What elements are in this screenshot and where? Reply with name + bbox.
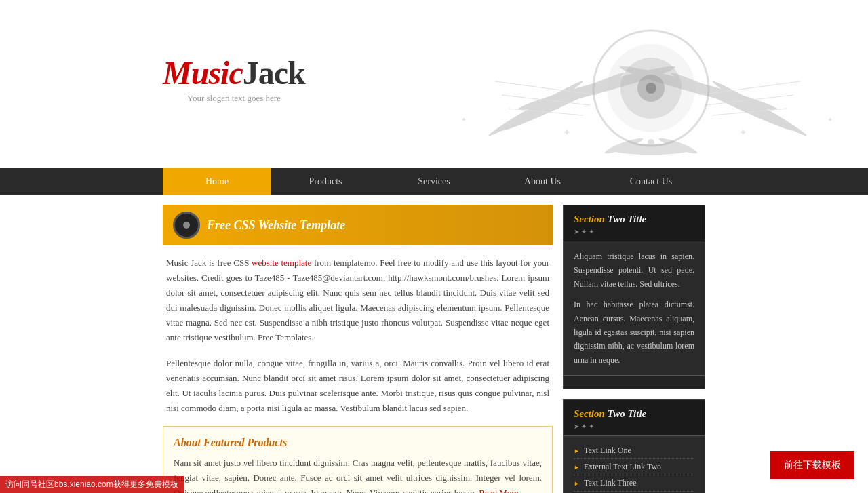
nav-services[interactable]: Services (380, 168, 488, 195)
svg-text:✦: ✦ (827, 116, 833, 123)
logo-slogan: Your slogan text goes here (163, 93, 305, 104)
svg-line-11 (712, 109, 787, 115)
svg-line-9 (698, 81, 800, 95)
sidebar-link-2[interactable]: External Text Link Two (584, 462, 661, 472)
featured-title: About Featured Products (174, 437, 542, 449)
download-button[interactable]: 前往下载模板 (770, 451, 854, 479)
nav-contact[interactable]: Contact Us (597, 168, 705, 195)
sidebar: Section Two Title ➤ ✦ ✦ Aliquam tristiqu… (563, 205, 705, 493)
section-title-bar: Free CSS Website Template (163, 205, 553, 245)
featured-box: About Featured Products Nam sit amet jus… (163, 426, 553, 493)
nav: Home Products Services About Us Contact … (0, 168, 868, 195)
sidebar-link-3[interactable]: Text Link Three (584, 478, 637, 488)
wrapper: Free CSS Website Template Music Jack is … (163, 195, 705, 493)
logo-jack: Jack (243, 55, 305, 91)
logo-music: Music (163, 55, 243, 91)
list-item: Text Link One (574, 443, 694, 459)
sidebar-box-1-content: Aliquam tristique lacus in sapien. Suspe… (564, 241, 705, 375)
sidebar-box-1-title: Section Two Title (574, 214, 694, 225)
svg-point-5 (711, 79, 808, 139)
svg-line-10 (705, 95, 793, 105)
sidebar-box-1: Section Two Title ➤ ✦ ✦ Aliquam tristiqu… (563, 205, 705, 389)
nav-inner: Home Products Services About Us Contact … (163, 168, 705, 195)
logo: MusicJack Your slogan text goes here (163, 54, 305, 104)
watermark: 访问同号社区bbs.xieniao.com获得更多免费模板 (0, 476, 184, 493)
sidebar-links: Text Link One External Text Link Two Tex… (564, 436, 705, 493)
disc-icon (173, 212, 200, 239)
sidebar-box-2: Section Two Title ➤ ✦ ✦ Text Link One Ex… (563, 399, 705, 493)
sidebar-box-1-header: Section Two Title ➤ ✦ ✦ (564, 205, 705, 241)
sidebar-deco-2: ➤ ✦ ✦ (574, 422, 694, 430)
nav-products[interactable]: Products (271, 168, 380, 195)
sidebar-p2: In hac habitasse platea dictumst. Aenean… (574, 298, 694, 367)
header: ✦ ✦ ✦ ✦ MusicJack Your slogan text goes … (0, 0, 868, 168)
main-paragraph-1: Music Jack is free CSS website template … (163, 256, 553, 346)
sidebar-box-2-title: Section Two Title (574, 408, 694, 420)
sidebar-box-1-footer (564, 375, 705, 389)
svg-text:✦: ✦ (739, 127, 747, 138)
read-more-link[interactable]: Read More... (479, 488, 525, 493)
header-inner: MusicJack Your slogan text goes here (163, 0, 705, 168)
list-item: External Text Link Two (574, 459, 694, 475)
nav-about[interactable]: About Us (488, 168, 597, 195)
website-template-link[interactable]: website template (252, 258, 311, 268)
list-item: Text Link Three (574, 475, 694, 492)
sidebar-deco-1: ➤ ✦ ✦ (574, 228, 694, 235)
sidebar-box-2-header: Section Two Title ➤ ✦ ✦ (564, 400, 705, 436)
featured-text: Nam sit amet justo vel libero tincidunt … (174, 456, 542, 493)
sidebar-link-1[interactable]: Text Link One (584, 446, 631, 456)
nav-home[interactable]: Home (163, 168, 271, 195)
section-title: Free CSS Website Template (207, 218, 345, 233)
main-content: Free CSS Website Template Music Jack is … (163, 205, 553, 493)
main-paragraph-2: Pellentesque dolor nulla, congue vitae, … (163, 356, 553, 416)
sidebar-p1: Aliquam tristique lacus in sapien. Suspe… (574, 250, 694, 291)
